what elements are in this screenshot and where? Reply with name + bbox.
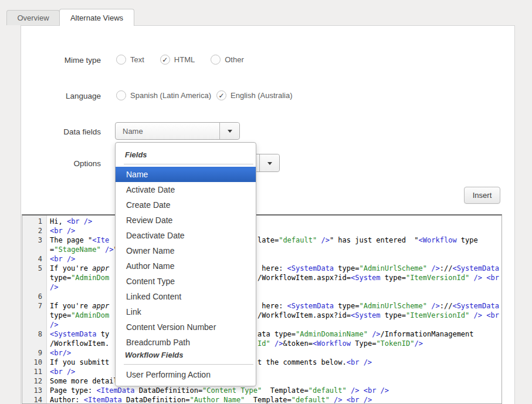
mime-type-label: Mime type	[54, 56, 101, 65]
fields-dropdown-menu: FieldsNameActivate DateCreate DateReview…	[115, 142, 256, 386]
line-number: 2	[22, 226, 42, 235]
line-number: 9	[22, 348, 42, 358]
radio-label-other: Other	[225, 55, 244, 64]
code-line: 10If you submitt t the comments below.<b…	[22, 358, 501, 367]
line-number: 5	[22, 264, 42, 273]
radio-checked-icon[interactable]: ✓	[216, 90, 226, 100]
code-line: 4<br />	[22, 254, 501, 264]
line-number: 4	[22, 254, 42, 264]
data-fields-select[interactable]: Name	[115, 122, 240, 140]
dropdown-item-create-date[interactable]: Create Date	[116, 197, 256, 213]
line-number	[22, 245, 42, 254]
line-number: 7	[22, 301, 42, 311]
code-line-text: <br />	[50, 254, 75, 264]
page: Overview Alternate Views Mime type Text✓…	[0, 0, 532, 404]
code-line-text: <br />	[50, 367, 75, 376]
dropdown-separator	[124, 364, 253, 365]
options-label: Options	[54, 159, 101, 168]
dropdown-item-author-name[interactable]: Author Name	[116, 258, 256, 274]
dropdown-group-header-fields: Fields	[116, 150, 256, 161]
radio-label-html: HTML	[174, 55, 195, 64]
insert-button[interactable]: Insert	[464, 187, 500, 204]
code-line: 1Hi, <br />	[22, 217, 501, 226]
chevron-down-icon[interactable]	[259, 154, 279, 171]
radio-text[interactable]: Text	[116, 55, 144, 65]
code-line: 5If you're appr here: <SystemData type="…	[22, 264, 501, 273]
code-editor[interactable]: 1Hi, <br />2<br />3The page "<Ite late="…	[22, 214, 502, 404]
code-line-text: Page type: <ItemData DataDefinition="Con…	[50, 386, 389, 395]
radio-english-australia[interactable]: ✓English (Australia)	[216, 90, 293, 100]
line-number: 3	[22, 235, 42, 245]
dropdown-item-review-date[interactable]: Review Date	[116, 213, 256, 228]
code-line: 7If you're appr here: <SystemData type="…	[22, 301, 501, 311]
radio-label-text: Text	[130, 55, 144, 64]
data-fields-label: Data fields	[54, 127, 101, 136]
code-line-text: <br />	[50, 226, 75, 235]
code-line: 12Some more details about the page: <br …	[22, 376, 501, 386]
code-line-text: <br/>	[50, 348, 71, 358]
line-number: 6	[22, 292, 42, 301]
code-line-text: Hi, <br />	[50, 217, 92, 226]
radio-unchecked-icon[interactable]	[116, 55, 126, 65]
dropdown-separator	[124, 164, 253, 164]
dropdown-item-name[interactable]: Name	[116, 167, 256, 182]
line-number: 8	[22, 329, 42, 339]
line-number: 11	[22, 367, 42, 376]
code-line: />	[22, 320, 501, 329]
dropdown-item-link[interactable]: Link	[116, 304, 256, 319]
dropdown-item-content-version-number[interactable]: Content Version Number	[116, 319, 256, 335]
dropdown-item-owner-name[interactable]: Owner Name	[116, 243, 256, 258]
code-line: 13Page type: <ItemData DataDefinition="C…	[22, 386, 501, 395]
dropdown-item-content-type[interactable]: Content Type	[116, 274, 256, 289]
chevron-down-icon[interactable]	[219, 123, 239, 139]
tab-overview-label: Overview	[17, 14, 49, 22]
line-number	[22, 282, 42, 292]
tab-overview[interactable]: Overview	[6, 10, 60, 25]
code-line: 3The page "<Ite late="default" />" has j…	[22, 235, 501, 245]
radio-other[interactable]: Other	[211, 55, 244, 65]
line-number: 10	[22, 358, 42, 367]
dropdown-item-linked-content[interactable]: Linked Content	[116, 289, 256, 304]
code-line-text: The page "<Ite late="default" />" has ju…	[50, 235, 478, 245]
tab-alternate-views[interactable]: Alternate Views	[59, 9, 134, 26]
line-number	[22, 311, 42, 320]
line-number: 13	[22, 386, 42, 395]
dropdown-group-header-workflow-fields: Workflow Fields	[116, 350, 256, 362]
code-line-text: <SystemData ty ata type="AdminDomainName…	[50, 329, 474, 339]
radio-unchecked-icon[interactable]	[116, 90, 126, 100]
line-number	[22, 273, 42, 282]
code-line-text: />	[50, 282, 58, 292]
radio-label-english-australia: English (Australia)	[231, 91, 293, 100]
line-number: 12	[22, 376, 42, 386]
dropdown-item-activate-date[interactable]: Activate Date	[116, 182, 256, 197]
code-line-text: ="StageName" />"	[50, 245, 118, 254]
radio-checked-icon[interactable]: ✓	[160, 55, 170, 65]
dropdown-item-user-performing-action[interactable]: User Performing Action	[116, 367, 256, 382]
dropdown-item-breadcrumb-path[interactable]: Breadcrumb Path	[116, 335, 256, 350]
tab-alternate-views-label: Alternate Views	[70, 14, 123, 22]
code-line: 9<br/>	[22, 348, 501, 358]
code-line-text: Author: <ItemData DataDefinition="Author…	[50, 395, 372, 404]
line-number	[22, 339, 42, 348]
line-number: 1	[22, 217, 42, 226]
code-line: type="AdminDom /WorkflowItem.aspx?id=<Sy…	[22, 273, 501, 282]
line-number: 14	[22, 395, 42, 404]
code-line-text: />	[50, 320, 58, 329]
code-line: type="AdminDom /WorkflowItem.aspx?id=<Sy…	[22, 311, 501, 320]
radio-label-spanish-latin-america: Spanish (Latin America)	[130, 91, 211, 100]
code-line: />	[22, 282, 501, 292]
code-line: 14Author: <ItemData DataDefinition="Auth…	[22, 395, 501, 404]
mime-type-radio-group: Text✓HTMLOther	[116, 55, 260, 65]
code-line: 11<br />	[22, 367, 501, 376]
radio-unchecked-icon[interactable]	[211, 55, 221, 65]
code-line: 2<br />	[22, 226, 501, 235]
radio-html[interactable]: ✓HTML	[160, 55, 195, 65]
language-label: Language	[54, 92, 101, 100]
code-line: ="StageName" />"	[22, 245, 501, 254]
code-line: /WorkflowItem. Id" />&token=<Workflow Ty…	[22, 339, 501, 348]
code-line: 6	[22, 292, 501, 301]
line-number	[22, 320, 42, 329]
language-radio-group: Spanish (Latin America)✓English (Austral…	[116, 90, 298, 100]
dropdown-item-deactivate-date[interactable]: Deactivate Date	[116, 228, 256, 243]
radio-spanish-latin-america[interactable]: Spanish (Latin America)	[116, 90, 211, 100]
